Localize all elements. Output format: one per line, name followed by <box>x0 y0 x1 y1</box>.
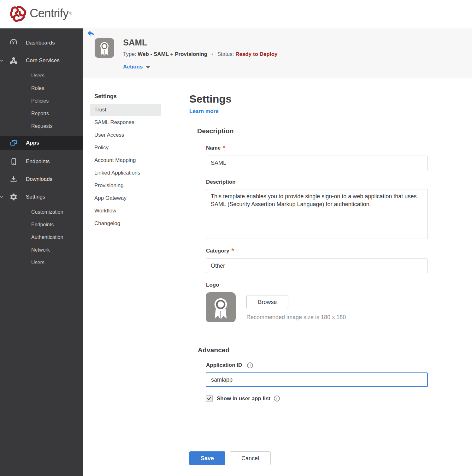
subnav-item-trust[interactable]: Trust <box>90 104 161 116</box>
subnav-item-account-mapping[interactable]: Account Mapping <box>90 154 161 166</box>
subnav-item-changelog[interactable]: Changelog <box>90 217 161 229</box>
subnav-item-provisioning[interactable]: Provisioning <box>90 180 161 192</box>
sidebar-item-label: Customization <box>31 209 63 215</box>
sidebar-item-label: Apps <box>26 140 39 146</box>
advanced-section-title: Advanced <box>198 346 435 354</box>
required-asterisk: * <box>223 144 225 152</box>
sidebar-item-label: Users <box>31 260 44 265</box>
description-label: Description <box>206 179 435 185</box>
subnav-item-user-access[interactable]: User Access <box>90 129 161 141</box>
logo-row: Browse Recommended image size is 180 x 1… <box>206 292 435 322</box>
vertical-divider <box>173 95 173 476</box>
sidebar-item-label: Endpoints <box>26 158 50 165</box>
name-label: Name * <box>206 144 435 152</box>
sidebar-item-requests[interactable]: Requests <box>0 120 83 133</box>
sidebar-item-downloads[interactable]: Downloads <box>0 170 83 188</box>
ribbon-award-icon <box>95 38 114 58</box>
subnav-item-workflow[interactable]: Workflow <box>90 205 161 217</box>
sidebar-item-endpoints[interactable]: Endpoints <box>0 153 83 170</box>
sidebar-nav: Dashboards Core Services Users Roles Pol… <box>0 28 83 476</box>
downloads-icon <box>9 175 18 183</box>
page-title: Settings <box>189 92 435 105</box>
logo-preview-tile <box>206 292 236 322</box>
sidebar-item-network[interactable]: Network <box>0 244 83 256</box>
sidebar-item-label: Authentication <box>31 235 63 240</box>
centrify-logo: Centrify ® <box>9 4 72 22</box>
status-value: Ready to Deploy <box>235 51 277 57</box>
learn-more-link[interactable]: Learn more <box>189 108 219 115</box>
actions-dropdown[interactable]: Actions <box>123 64 150 70</box>
sidebar-item-label: Settings <box>26 194 45 200</box>
sidebar-item-label: Users <box>31 73 44 79</box>
application-id-input[interactable] <box>206 372 428 387</box>
logo-label: Logo <box>206 282 435 288</box>
endpoints-phone-icon <box>9 158 18 166</box>
core-services-icon <box>9 57 18 65</box>
sidebar-item-label: Core Services <box>26 57 60 64</box>
form-buttons: Save Cancel <box>189 451 435 465</box>
centrify-swirl-icon <box>9 4 27 22</box>
show-in-app-list-label: Show in user app list <box>217 396 270 402</box>
app-logo-tile <box>95 38 114 58</box>
sidebar-item-endpoints-settings[interactable]: Endpoints <box>0 218 83 231</box>
sidebar-item-roles[interactable]: Roles <box>0 82 83 95</box>
subnav-item-saml-response[interactable]: SAML Response <box>90 116 161 128</box>
app-meta-line: Type: Web - SAML + Provisioning • Status… <box>123 51 277 57</box>
sidebar-item-users[interactable]: Users <box>0 69 83 82</box>
sidebar-item-users-settings[interactable]: Users <box>0 256 83 269</box>
sidebar-item-dashboards[interactable]: Dashboards <box>0 34 83 52</box>
subnav-item-linked-applications[interactable]: Linked Applications <box>90 167 161 179</box>
top-bar: Centrify ® <box>0 0 472 28</box>
name-input[interactable] <box>206 156 428 170</box>
dashboard-gauge-icon <box>9 39 18 47</box>
sidebar-item-settings[interactable]: Settings <box>0 188 83 206</box>
sidebar-item-label: Roles <box>31 86 44 91</box>
sidebar-item-label: Endpoints <box>31 222 54 228</box>
chevron-expanded-icon <box>0 194 4 199</box>
subnav-item-policy[interactable]: Policy <box>90 142 161 154</box>
sidebar-item-core-services[interactable]: Core Services <box>0 52 83 69</box>
save-button[interactable]: Save <box>189 451 225 465</box>
chevron-expanded-icon <box>0 58 4 63</box>
sidebar-item-customization[interactable]: Customization <box>0 206 83 218</box>
sidebar-item-label: Dashboards <box>26 40 55 46</box>
ribbon-award-icon <box>206 292 236 322</box>
application-id-label: Application ID <box>206 362 435 368</box>
cancel-button[interactable]: Cancel <box>230 451 271 465</box>
type-label: Type: <box>123 51 136 57</box>
main-content: Settings Trust SAML Response User Access… <box>83 78 472 476</box>
app-header: SAML Type: Web - SAML + Provisioning • S… <box>83 28 472 78</box>
info-icon[interactable] <box>247 362 253 368</box>
sidebar-item-apps[interactable]: Apps <box>0 136 83 150</box>
sidebar-item-label: Policies <box>31 98 49 104</box>
actions-label: Actions <box>123 64 143 70</box>
description-textarea[interactable]: This template enables you to provide sin… <box>206 189 428 239</box>
brand-name: Centrify <box>30 7 68 20</box>
category-input[interactable] <box>206 259 428 273</box>
sidebar-item-policies[interactable]: Policies <box>0 95 83 107</box>
subnav-item-app-gateway[interactable]: App Gateway <box>90 192 161 204</box>
description-section-title: Description <box>197 127 435 135</box>
checkmark-icon <box>207 396 212 401</box>
show-in-app-list-checkbox[interactable] <box>206 395 213 402</box>
status-label: Status: <box>217 51 234 57</box>
back-arrow-icon[interactable] <box>87 30 95 37</box>
category-label: Category * <box>206 247 435 254</box>
type-value: Web - SAML + Provisioning <box>138 51 207 57</box>
sidebar-item-authentication[interactable]: Authentication <box>0 231 83 244</box>
settings-gear-icon <box>9 193 18 201</box>
info-icon[interactable] <box>274 396 280 402</box>
dropdown-triangle-icon <box>145 66 150 69</box>
subnav-header: Settings <box>94 93 173 100</box>
sidebar-item-label: Requests <box>31 123 53 129</box>
show-in-app-list-row: Show in user app list <box>206 395 435 402</box>
settings-form: Settings Learn more Description Name * D… <box>189 78 435 465</box>
app-title: SAML <box>123 38 147 48</box>
required-asterisk: * <box>232 247 234 254</box>
logo-size-hint: Recommended image size is 180 x 180 <box>246 314 346 321</box>
sidebar-item-label: Downloads <box>26 176 52 182</box>
meta-separator: • <box>211 51 213 57</box>
browse-button[interactable]: Browse <box>246 295 288 309</box>
apps-icon <box>9 139 18 147</box>
sidebar-item-reports[interactable]: Reports <box>0 107 83 120</box>
